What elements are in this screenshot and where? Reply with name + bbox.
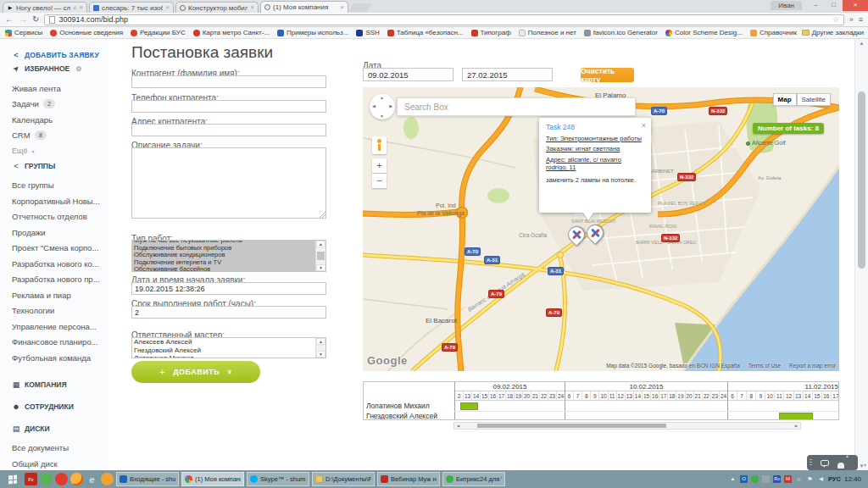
close-button[interactable]: × — [843, 0, 868, 11]
bookmark-item[interactable]: Таблица «безопасн... — [387, 29, 464, 36]
date-from-input[interactable] — [363, 68, 453, 81]
firefox-icon[interactable] — [70, 473, 83, 485]
sidebar-item[interactable]: Проект "Смена корпо... — [12, 241, 108, 257]
bookmark-item[interactable]: Примеры использ... — [277, 29, 348, 36]
map-type-map[interactable]: Map — [773, 93, 797, 106]
sidebar-item[interactable]: Все группы — [12, 178, 108, 194]
scroll-up-icon[interactable]: ▲ — [316, 338, 326, 345]
bookmark-item[interactable]: SSH — [356, 29, 379, 36]
map-type-satellite[interactable]: Satellite — [797, 93, 831, 106]
tab-close-icon[interactable]: × — [340, 4, 344, 11]
pan-up-icon[interactable]: ▲ — [380, 95, 384, 100]
menu-icon[interactable]: ≡ — [859, 15, 863, 24]
duration-input[interactable] — [131, 306, 326, 319]
select-option[interactable]: Алексеев Алексей — [132, 338, 315, 347]
select-option[interactable]: Подключение интернета и TV — [132, 259, 315, 267]
drag-handle[interactable] — [810, 459, 812, 466]
map-search-input[interactable] — [397, 97, 636, 116]
tab-close-icon[interactable]: × — [165, 4, 170, 11]
scroll-left-icon[interactable]: ◀ — [454, 423, 462, 429]
resize-handle-icon[interactable] — [320, 212, 326, 218]
map-pan-control[interactable]: ▲ ▼ ◀ ▶ — [370, 94, 395, 119]
sidebar-section-header[interactable]: <ГРУППЫ — [12, 159, 108, 173]
scroll-down-icon[interactable]: ▼ — [316, 264, 326, 271]
sidebar-item[interactable]: Календарь — [12, 112, 108, 128]
sidebar-item[interactable]: Общий диск — [12, 456, 108, 470]
url-text[interactable]: 300914.com/bid.php — [58, 15, 828, 24]
master-list[interactable]: Алексеев АлексейГнездовский АлексейЛопат… — [131, 337, 326, 358]
sidebar-section-header[interactable]: ☻СОТРУДНИКИ — [12, 400, 108, 413]
pan-right-icon[interactable]: ▶ — [389, 103, 392, 108]
sidebar-item[interactable]: CRM8 — [12, 128, 108, 144]
scroll-up-icon[interactable]: ▲ — [855, 41, 868, 46]
scroll-thumb[interactable] — [477, 424, 666, 428]
work-type-list[interactable]: Муж на час все неуказанные работыПодключ… — [131, 240, 326, 272]
bitrix-tray-icon[interactable] — [751, 475, 759, 483]
messenger-widget[interactable]: 1 — [807, 455, 858, 470]
browser-tab[interactable]: Конструктор мобильног× — [175, 2, 259, 13]
notifications[interactable]: 1 — [837, 457, 844, 469]
pan-left-icon[interactable]: ◀ — [372, 103, 376, 108]
sidebar-item[interactable]: Технологии — [12, 303, 108, 319]
language-indicator[interactable]: РУС — [828, 475, 841, 483]
minimize-button[interactable]: – — [807, 0, 825, 11]
bookmark-item[interactable]: Основные сведения — [50, 29, 123, 36]
taskbar-button[interactable]: (1) Моя компания - ... — [181, 472, 244, 486]
scroll-up-icon[interactable]: ▲ — [316, 241, 326, 247]
other-bookmarks[interactable]: Другие закладки — [798, 27, 864, 38]
sidebar-item[interactable]: Корпоративный Новы... — [12, 193, 108, 209]
sidebar-section-header[interactable]: ➤ИЗБРАННОЕ⚙ — [12, 62, 108, 75]
widget-collapse-icon[interactable]: ▾ — [864, 462, 866, 468]
speaker-icon[interactable]: ◀ — [817, 475, 825, 483]
opera-icon[interactable] — [55, 473, 68, 485]
sidebar-item[interactable]: Реклама и пиар — [12, 287, 108, 303]
taskbar-button[interactable]: Вебинар Муж на ча... — [377, 472, 440, 486]
chat-icon[interactable] — [821, 460, 829, 466]
close-icon[interactable]: × — [642, 121, 646, 130]
punto-tray-icon[interactable] — [773, 475, 781, 483]
zoom-out-button[interactable]: − — [372, 174, 387, 188]
internet-explorer-icon[interactable]: e — [86, 473, 98, 485]
bookmark-item[interactable]: Карта метро Санкт-... — [193, 29, 270, 36]
task-type[interactable]: Тип: Электромонтажные работы — [546, 135, 644, 142]
green-app-icon[interactable] — [40, 473, 53, 485]
list-scrollbar[interactable]: ▲ ▼ — [315, 338, 326, 358]
bookmark-item[interactable]: Редакции БУС — [131, 29, 186, 36]
tab-close-icon[interactable]: × — [79, 4, 83, 11]
sidebar-item[interactable]: Продажи — [12, 225, 108, 241]
sidebar-item[interactable]: Управление персона... — [12, 319, 108, 335]
task-customer[interactable]: Заказчик: игнат светлана — [546, 145, 644, 152]
sidebar-item[interactable]: Ещё▾ — [12, 143, 108, 159]
address-bar[interactable]: 300914.com/bid.php ☆ — [44, 14, 843, 25]
report-link[interactable]: Report a map error — [789, 363, 836, 369]
bookmark-item[interactable]: Сервисы — [5, 29, 42, 36]
forward-icon[interactable]: → — [19, 15, 27, 24]
map[interactable]: El PalamoAlicante GolfGARBINETAv. Goleta… — [363, 87, 839, 371]
bookmark-item[interactable]: Color Scheme Desig... — [665, 29, 743, 36]
list-scrollbar[interactable]: ▲ ▼ — [315, 241, 326, 271]
zoom-in-button[interactable]: + — [372, 158, 387, 173]
mail-tray-icon[interactable] — [784, 475, 792, 483]
bookmark-item[interactable]: Типограф — [471, 29, 511, 36]
headset-icon[interactable]: ∩ — [795, 475, 803, 483]
phone-input[interactable] — [131, 100, 326, 113]
clock[interactable]: 12:40 — [844, 475, 861, 483]
refresh-icon[interactable]: ↻ — [32, 15, 39, 24]
page-scrollbar[interactable]: ▲ ▼ — [854, 39, 868, 470]
sidebar-item[interactable]: Разработка нового ко... — [12, 256, 108, 272]
description-textarea[interactable] — [131, 147, 326, 219]
clear-map-button[interactable]: Очистить карту — [581, 68, 634, 82]
tab-close-icon[interactable]: × — [250, 4, 254, 11]
sidebar-item[interactable]: Отчетность отделов — [12, 209, 108, 225]
sidebar-item[interactable]: Разработка нового пр... — [12, 272, 108, 288]
sidebar-section-header[interactable]: ▤ДИСКИ — [12, 422, 108, 435]
gear-icon[interactable]: ⚙ — [75, 65, 81, 73]
start-button[interactable] — [3, 472, 22, 486]
tray-expand-icon[interactable]: ▲ — [729, 475, 737, 483]
taskbar-button[interactable]: Skype™ - shum.ivan — [247, 472, 309, 486]
flag-icon[interactable]: ⚑ — [806, 475, 814, 483]
select-option[interactable]: Подключение бытовых приборов — [132, 245, 315, 252]
taskbar-button[interactable]: Входящие - shum@... — [116, 472, 179, 486]
bookmark-item[interactable]: favicon.ico Generator — [584, 29, 658, 36]
street-view-pegman[interactable] — [372, 136, 387, 154]
